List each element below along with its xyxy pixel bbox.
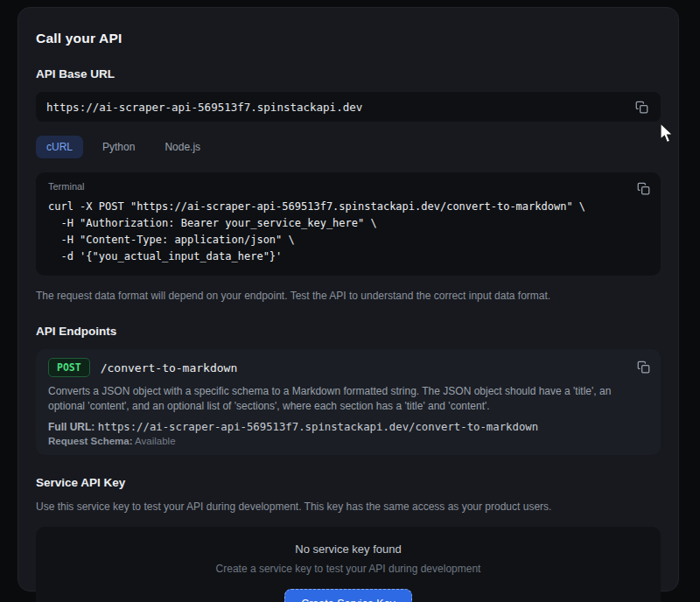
request-schema-value: Available — [135, 436, 175, 446]
no-service-key-box: No service key found Create a service ke… — [36, 527, 661, 602]
api-base-url-value: https://ai-scraper-api-569513f7.spinstac… — [46, 101, 362, 114]
code-language-tabs: cURL Python Node.js — [36, 136, 661, 158]
call-your-api-panel: Call your API API Base URL https://ai-sc… — [18, 7, 679, 592]
curl-command: curl -X POST "https://ai-scraper-api-569… — [48, 199, 648, 265]
tab-nodejs[interactable]: Node.js — [154, 136, 211, 158]
api-base-url-block: https://ai-scraper-api-569513f7.spinstac… — [36, 92, 661, 122]
method-badge: POST — [48, 358, 90, 377]
request-format-note: The request data format will depend on y… — [36, 290, 661, 302]
copy-icon — [637, 360, 650, 374]
copy-terminal-button[interactable] — [634, 179, 652, 197]
create-service-key-button[interactable]: Create Service Key — [284, 589, 412, 602]
full-url-value: https://ai-scraper-api-569513f7.spinstac… — [98, 421, 538, 433]
terminal-title: Terminal — [48, 181, 648, 192]
page-title: Call your API — [36, 31, 661, 46]
curl-command-line: curl -X POST "https://ai-scraper-api-569… — [48, 199, 648, 215]
copy-endpoint-button[interactable] — [634, 358, 652, 375]
service-key-description: Use this service key to test your API du… — [36, 500, 661, 513]
endpoint-full-url-row: Full URL: https://ai-scraper-api-569513f… — [48, 421, 648, 433]
endpoint-card: POST /convert-to-markdown Converts a JSO… — [36, 349, 661, 455]
copy-icon — [637, 182, 650, 195]
curl-command-line: -d '{"you_actual_input_data_here"}' — [48, 248, 648, 265]
endpoint-header: POST /convert-to-markdown — [48, 358, 648, 377]
service-api-key-heading: Service API Key — [36, 476, 661, 489]
tab-curl[interactable]: cURL — [36, 136, 83, 158]
no-service-key-title: No service key found — [53, 542, 643, 556]
endpoint-description: Converts a JSON object with a specific s… — [48, 384, 648, 414]
copy-icon — [635, 101, 648, 114]
tab-python[interactable]: Python — [92, 136, 145, 158]
full-url-label: Full URL: — [48, 421, 94, 433]
api-endpoints-heading: API Endpoints — [36, 325, 661, 338]
endpoint-path: /convert-to-markdown — [101, 361, 238, 374]
terminal-code-block: Terminal curl -X POST "https://ai-scrape… — [36, 172, 661, 276]
endpoint-schema-row: Request Schema: Available — [48, 436, 648, 446]
request-schema-label: Request Schema: — [48, 436, 133, 446]
copy-base-url-button[interactable] — [633, 98, 650, 116]
no-service-key-subtitle: Create a service key to test your API du… — [53, 563, 643, 575]
curl-command-line: -H "Authorization: Bearer your_service_k… — [48, 215, 648, 232]
api-base-url-heading: API Base URL — [36, 67, 661, 80]
curl-command-line: -H "Content-Type: application/json" \ — [48, 232, 648, 248]
